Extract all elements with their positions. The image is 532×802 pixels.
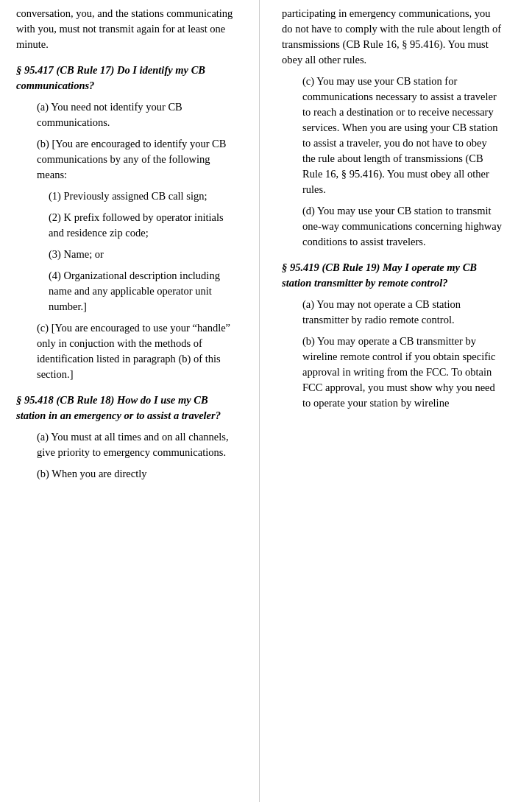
left-column: conversation, you, and the stations comm… bbox=[0, 0, 250, 802]
right-column: participating in emergency communication… bbox=[269, 0, 519, 802]
page-container: conversation, you, and the stations comm… bbox=[0, 0, 532, 802]
intro-text: conversation, you, and the stations comm… bbox=[16, 6, 237, 52]
s418-para-a: (a) You must at all times and on all cha… bbox=[16, 429, 237, 460]
s417-para-b4: (4) Organizational description including… bbox=[16, 268, 237, 314]
s419-para-a: (a) You may not operate a CB station tra… bbox=[282, 297, 503, 328]
section-417-heading: § 95.417 (CB Rule 17) Do I identify my C… bbox=[16, 63, 237, 94]
section-419-heading: § 95.419 (CB Rule 19) May I operate my C… bbox=[282, 260, 503, 291]
s418-para-b-cont: participating in emergency communication… bbox=[282, 6, 503, 68]
s417-para-c: (c) [You are encouraged to use your “han… bbox=[16, 320, 237, 382]
s419-para-b: (b) You may operate a CB transmitter by … bbox=[282, 334, 503, 411]
s418-para-b: (b) When you are directly bbox=[16, 466, 237, 482]
s417-para-b3: (3) Name; or bbox=[16, 247, 237, 262]
section-418-heading: § 95.418 (CB Rule 18) How do I use my CB… bbox=[16, 393, 237, 423]
column-divider bbox=[259, 0, 260, 802]
s418-para-c: (c) You may use your CB station for comm… bbox=[282, 74, 503, 197]
s417-para-b2: (2) K prefix followed by operator initia… bbox=[16, 210, 237, 241]
s417-para-a: (a) You need not identify your CB commun… bbox=[16, 99, 237, 130]
s417-para-b1: (1) Previously assigned CB call sign; bbox=[16, 189, 237, 204]
s418-para-d: (d) You may use your CB station to trans… bbox=[282, 203, 503, 250]
s417-para-b: (b) [You are encouraged to identify your… bbox=[16, 136, 237, 183]
